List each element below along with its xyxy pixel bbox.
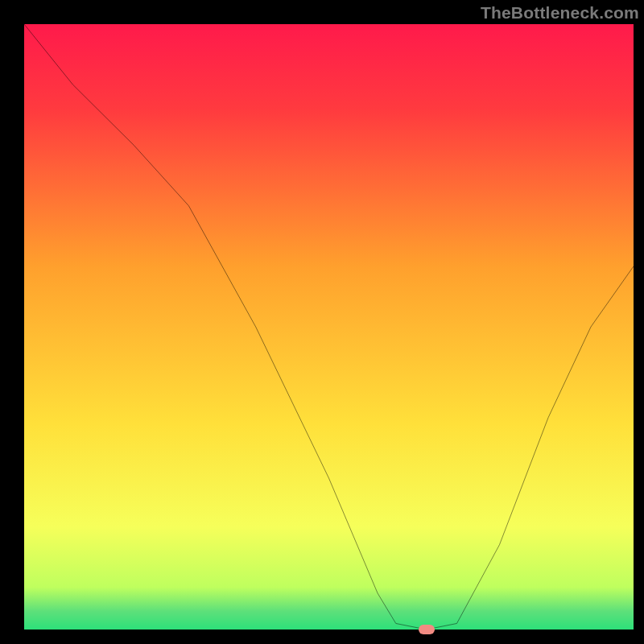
chart-container: TheBottleneck.com: [0, 0, 644, 644]
gradient-background: [24, 24, 634, 630]
frame-bottom: [0, 630, 644, 644]
plot-area: [24, 24, 634, 630]
watermark-text: TheBottleneck.com: [481, 3, 639, 23]
frame-right: [634, 0, 644, 644]
frame-left: [0, 0, 24, 644]
svg-rect-0: [24, 24, 634, 630]
